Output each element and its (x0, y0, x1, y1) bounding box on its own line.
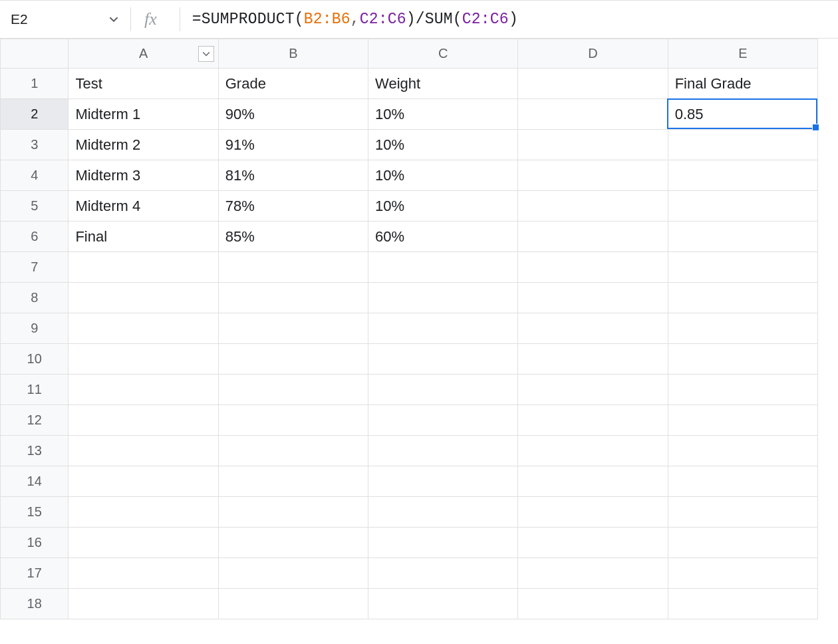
cell-C15[interactable] (368, 497, 518, 528)
row-header-15[interactable]: 15 (1, 497, 69, 528)
cell-C18[interactable] (368, 589, 518, 619)
cell-C7[interactable] (368, 252, 518, 283)
name-box[interactable]: E2 (5, 1, 125, 38)
cell-E18[interactable] (668, 589, 817, 619)
cell-D4[interactable] (518, 160, 668, 191)
row-header-3[interactable]: 3 (1, 130, 69, 160)
cell-B7[interactable] (218, 252, 368, 283)
cell-C5[interactable]: 10% (368, 191, 518, 222)
cell-B15[interactable] (218, 497, 368, 528)
row-header-1[interactable]: 1 (1, 69, 69, 99)
cell-B8[interactable] (218, 283, 368, 313)
chevron-down-icon[interactable] (109, 15, 118, 24)
cell-D7[interactable] (518, 252, 668, 283)
cell-A17[interactable] (69, 558, 218, 589)
row-header-18[interactable]: 18 (1, 589, 69, 619)
cell-E5[interactable] (668, 191, 817, 222)
cell-E9[interactable] (668, 313, 817, 344)
cell-D5[interactable] (518, 191, 668, 222)
cell-B6[interactable]: 85% (218, 222, 368, 252)
column-header-D[interactable]: D (518, 39, 668, 69)
row-header-10[interactable]: 10 (1, 344, 69, 375)
row-header-12[interactable]: 12 (1, 405, 69, 436)
cell-E6[interactable] (668, 222, 817, 252)
column-header-A[interactable]: A (69, 39, 218, 69)
cell-C16[interactable] (368, 528, 518, 558)
cell-C11[interactable] (368, 375, 518, 405)
cell-E3[interactable] (668, 130, 817, 160)
cell-E7[interactable] (668, 252, 817, 283)
cell-A4[interactable]: Midterm 3 (69, 160, 218, 191)
cell-C17[interactable] (368, 558, 518, 589)
cell-A16[interactable] (69, 528, 218, 558)
cell-E1[interactable]: Final Grade (668, 69, 817, 99)
cell-B14[interactable] (218, 466, 368, 497)
cell-E14[interactable] (668, 466, 817, 497)
cell-C1[interactable]: Weight (368, 69, 518, 99)
cell-B10[interactable] (218, 344, 368, 375)
cell-D13[interactable] (518, 436, 668, 466)
cell-E13[interactable] (668, 436, 817, 466)
cell-C4[interactable]: 10% (368, 160, 518, 191)
cell-C12[interactable] (368, 405, 518, 436)
cell-C8[interactable] (368, 283, 518, 313)
cell-B9[interactable] (218, 313, 368, 344)
cell-D10[interactable] (518, 344, 668, 375)
row-header-14[interactable]: 14 (1, 466, 69, 497)
cell-C9[interactable] (368, 313, 518, 344)
row-header-17[interactable]: 17 (1, 558, 69, 589)
cell-A15[interactable] (69, 497, 218, 528)
cell-B16[interactable] (218, 528, 368, 558)
row-header-6[interactable]: 6 (1, 222, 69, 252)
cell-E17[interactable] (668, 558, 817, 589)
filter-icon[interactable] (198, 46, 214, 62)
cell-B1[interactable]: Grade (218, 69, 368, 99)
cell-B11[interactable] (218, 375, 368, 405)
cell-C2[interactable]: 10% (368, 99, 518, 130)
column-header-B[interactable]: B (218, 39, 368, 69)
cell-A8[interactable] (69, 283, 218, 313)
row-header-16[interactable]: 16 (1, 528, 69, 558)
cell-E15[interactable] (668, 497, 817, 528)
cell-B5[interactable]: 78% (218, 191, 368, 222)
fx-icon[interactable]: fx (144, 9, 157, 29)
cell-E16[interactable] (668, 528, 817, 558)
column-header-C[interactable]: C (368, 39, 518, 69)
cell-A11[interactable] (69, 375, 218, 405)
cell-C13[interactable] (368, 436, 518, 466)
cell-B3[interactable]: 91% (218, 130, 368, 160)
row-header-7[interactable]: 7 (1, 252, 69, 283)
cell-B4[interactable]: 81% (218, 160, 368, 191)
row-header-2[interactable]: 2 (1, 99, 69, 130)
cell-D11[interactable] (518, 375, 668, 405)
cell-A5[interactable]: Midterm 4 (69, 191, 218, 222)
cell-B13[interactable] (218, 436, 368, 466)
cell-D12[interactable] (518, 405, 668, 436)
cell-D15[interactable] (518, 497, 668, 528)
row-header-8[interactable]: 8 (1, 283, 69, 313)
cell-E2[interactable]: 0.85 (668, 99, 817, 130)
cell-C14[interactable] (368, 466, 518, 497)
cell-D18[interactable] (518, 589, 668, 619)
cell-A14[interactable] (69, 466, 218, 497)
cell-D9[interactable] (518, 313, 668, 344)
cell-C6[interactable]: 60% (368, 222, 518, 252)
cell-A7[interactable] (69, 252, 218, 283)
cell-A3[interactable]: Midterm 2 (69, 130, 218, 160)
cell-B18[interactable] (218, 589, 368, 619)
cell-A9[interactable] (69, 313, 218, 344)
cell-D14[interactable] (518, 466, 668, 497)
row-header-4[interactable]: 4 (1, 160, 69, 191)
cell-A1[interactable]: Test (69, 69, 218, 99)
select-all-corner[interactable] (1, 39, 69, 69)
cell-B12[interactable] (218, 405, 368, 436)
cell-E11[interactable] (668, 375, 817, 405)
cell-D6[interactable] (518, 222, 668, 252)
row-header-13[interactable]: 13 (1, 436, 69, 466)
cell-A10[interactable] (69, 344, 218, 375)
cell-B17[interactable] (218, 558, 368, 589)
cell-D3[interactable] (518, 130, 668, 160)
cell-A18[interactable] (69, 589, 218, 619)
cell-D8[interactable] (518, 283, 668, 313)
cell-D1[interactable] (518, 69, 668, 99)
